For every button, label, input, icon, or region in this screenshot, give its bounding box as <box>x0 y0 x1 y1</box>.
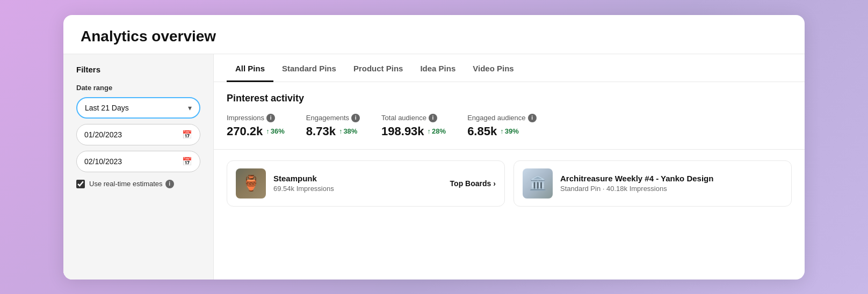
realtime-checkbox-row: Use real-time estimates i <box>76 180 200 188</box>
engaged-audience-change: ↑ 39% <box>500 127 519 135</box>
impressions-change: ↑ 36% <box>266 127 285 135</box>
date-range-value: Last 21 Days <box>85 104 129 112</box>
date-range-select[interactable]: Last 21 Days ▾ <box>76 97 200 119</box>
tabs-bar: All Pins Standard Pins Product Pins Idea… <box>214 54 805 82</box>
activity-section: Pinterest activity Impressions i 270.2k … <box>214 82 805 150</box>
impressions-label: Impressions i <box>227 114 285 122</box>
bottom-cards: 🏺 Steampunk 69.54k Impressions Top Board… <box>214 150 805 217</box>
architreasure-card: 🏛️ Architreasure Weekly #4 - Yanko Desig… <box>513 160 792 207</box>
impressions-arrow-up-icon: ↑ <box>266 127 270 135</box>
total-audience-label: Total audience i <box>381 114 446 122</box>
engagements-info-icon: i <box>351 114 360 122</box>
tab-product-pins[interactable]: Product Pins <box>345 54 412 82</box>
main-content: All Pins Standard Pins Product Pins Idea… <box>214 54 805 280</box>
chevron-down-icon: ▾ <box>188 104 192 112</box>
steampunk-thumbnail: 🏺 <box>236 168 266 199</box>
architreasure-name: Architreasure Weekly #4 - Yanko Design <box>560 174 783 183</box>
engagements-arrow-up-icon: ↑ <box>339 127 343 135</box>
activity-title: Pinterest activity <box>227 93 792 104</box>
architreasure-sub: Standard Pin · 40.18k Impressions <box>560 185 783 193</box>
metrics-row: Impressions i 270.2k ↑ 36% <box>227 114 792 138</box>
date-to-input[interactable]: 02/10/2023 📅 <box>76 151 200 172</box>
chevron-right-icon: › <box>493 179 496 188</box>
realtime-info-icon: i <box>165 180 174 188</box>
metric-total-audience: Total audience i 198.93k ↑ 28% <box>381 114 446 138</box>
date-from-input[interactable]: 01/20/2023 📅 <box>76 124 200 145</box>
metric-engaged-audience: Engaged audience i 6.85k ↑ 39% <box>467 114 536 138</box>
tab-idea-pins[interactable]: Idea Pins <box>411 54 464 82</box>
date-from-value: 01/20/2023 <box>84 130 122 139</box>
steampunk-sub: 69.54k Impressions <box>273 185 443 193</box>
architreasure-info: Architreasure Weekly #4 - Yanko Design S… <box>560 174 783 193</box>
engaged-audience-arrow-up-icon: ↑ <box>500 127 504 135</box>
metric-engagements: Engagements i 8.73k ↑ 38% <box>306 114 360 138</box>
tab-standard-pins[interactable]: Standard Pins <box>273 54 345 82</box>
calendar-from-icon: 📅 <box>182 130 192 139</box>
page-title: Analytics overview <box>81 28 787 45</box>
analytics-card: Analytics overview Filters Date range La… <box>63 15 805 280</box>
steampunk-info: Steampunk 69.54k Impressions <box>273 174 443 193</box>
impressions-info-icon: i <box>266 114 275 122</box>
top-boards-link[interactable]: Top Boards › <box>450 179 496 188</box>
realtime-label: Use real-time estimates i <box>89 180 174 188</box>
engagements-value: 8.73k ↑ 38% <box>306 124 360 138</box>
steampunk-card: 🏺 Steampunk 69.54k Impressions Top Board… <box>227 160 505 207</box>
card-body: Filters Date range Last 21 Days ▾ 01/20/… <box>63 54 805 280</box>
tab-all-pins[interactable]: All Pins <box>227 54 273 82</box>
metric-impressions: Impressions i 270.2k ↑ 36% <box>227 114 285 138</box>
impressions-value: 270.2k ↑ 36% <box>227 124 285 138</box>
steampunk-name: Steampunk <box>273 174 443 183</box>
total-audience-info-icon: i <box>429 114 437 122</box>
filters-title: Filters <box>76 65 200 74</box>
engagements-label: Engagements i <box>306 114 360 122</box>
realtime-checkbox[interactable] <box>76 180 85 188</box>
engaged-audience-label: Engaged audience i <box>467 114 536 122</box>
engaged-audience-value: 6.85k ↑ 39% <box>467 124 536 138</box>
architreasure-thumbnail: 🏛️ <box>523 168 553 199</box>
calendar-to-icon: 📅 <box>182 157 192 166</box>
engagements-change: ↑ 38% <box>339 127 358 135</box>
total-audience-value: 198.93k ↑ 28% <box>381 124 446 138</box>
date-range-label: Date range <box>76 84 200 92</box>
date-to-value: 02/10/2023 <box>84 157 122 166</box>
sidebar: Filters Date range Last 21 Days ▾ 01/20/… <box>63 54 214 280</box>
total-audience-change: ↑ 28% <box>428 127 446 135</box>
card-header: Analytics overview <box>63 15 805 54</box>
tab-video-pins[interactable]: Video Pins <box>464 54 522 82</box>
total-audience-arrow-up-icon: ↑ <box>428 127 431 135</box>
engaged-audience-info-icon: i <box>528 114 537 122</box>
